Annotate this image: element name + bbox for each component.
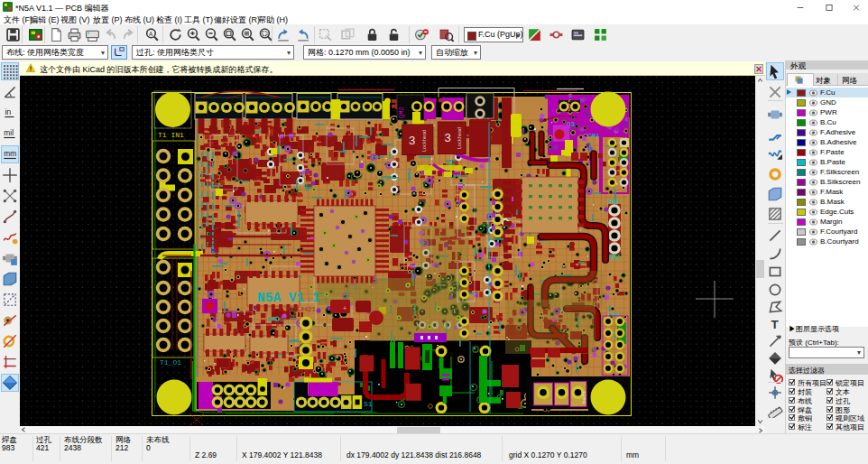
svg-text:S1: S1: [364, 400, 373, 408]
svg-text:A: A: [149, 31, 153, 37]
svg-text:batt: batt: [581, 391, 587, 404]
svg-text:in: in: [5, 107, 11, 116]
svg-text:mm: mm: [4, 149, 16, 158]
svg-text:T1 IN1: T1 IN1: [158, 131, 184, 139]
svg-text:+: +: [343, 305, 346, 312]
svg-text:Lockhead: Lockhead: [457, 127, 463, 149]
svg-text:3: 3: [444, 132, 451, 145]
svg-text:SMD1: SMD1: [267, 315, 284, 323]
svg-text:SM2: SM2: [607, 253, 621, 261]
svg-text:3: 3: [409, 135, 416, 148]
svg-text:CM1: CM1: [587, 133, 600, 140]
svg-text:QM2: QM2: [398, 107, 405, 118]
svg-text:20210421: 20210421: [285, 306, 316, 313]
svg-text:N5A V1.1: N5A V1.1: [257, 291, 320, 305]
svg-text:T: T: [771, 318, 780, 331]
svg-text:mil: mil: [4, 128, 14, 137]
svg-text:T1_O1: T1_O1: [160, 358, 181, 367]
svg-text:Lockhead: Lockhead: [422, 130, 428, 152]
